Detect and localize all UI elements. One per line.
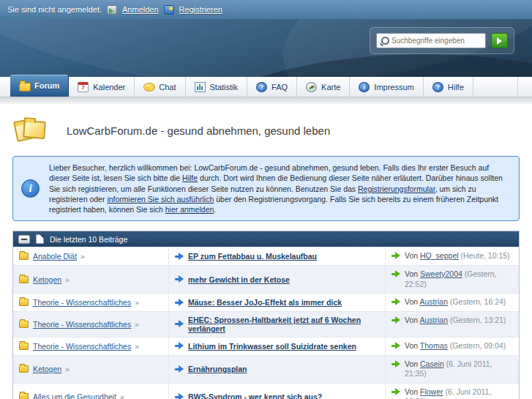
welcome-infobox: i Lieber Besucher, herzlich willkommen b… [12,156,520,221]
welcome-text: Lieber Besucher, herzlich willkommen bei… [49,163,511,215]
green-arrow-icon [391,316,400,324]
forum-link[interactable]: Alles um die Gesundheit [33,392,116,399]
recent-post-row: Alles um die Gesundheit » BWS-Syndrom - … [13,383,519,399]
thread-link[interactable]: EHEC: Sprossen-Haltbarkeit jetzt auf 6 W… [188,316,379,333]
forum-link[interactable]: Theorie - Wissenschaftliches [33,320,131,329]
blue-arrow-icon [175,275,184,283]
welcome-link[interactable]: hier anmelden [165,205,214,214]
thread-link[interactable]: Lithium im Trinkwasser soll Suizidrate s… [188,342,356,351]
by-label: Von [405,297,419,306]
main-navigation: ForumKalenderChatStatistik?FAQKarteiImpr… [0,77,532,97]
tab-karte[interactable]: Karte [297,77,350,97]
blue-arrow-icon [175,299,184,307]
tab-label: FAQ [271,83,288,92]
welcome-link[interactable]: informieren Sie sich ausführlich [107,195,214,204]
author-link[interactable]: Austrian [419,316,448,324]
forum-suffix: » [65,365,70,373]
search-box[interactable] [376,33,486,48]
forum-suffix: » [135,320,139,329]
by-label: Von [405,269,420,278]
recent-post-row: Ketogen » Ernährungsplan Von Casein (6. … [13,355,519,383]
recent-posts-list: Anabole Diät » EP zum Fettabbau u. Muske… [13,247,519,399]
green-arrow-icon [391,388,400,396]
thread-link[interactable]: Ernährungsplan [188,365,247,373]
register-link[interactable]: Registrieren [179,5,222,14]
tab-impressum[interactable]: iImpressum [350,77,423,97]
search-icon [380,37,389,45]
folder-icon [19,365,29,373]
thread-link[interactable]: Mäuse: Besser JoJo-Effekt als immer dick [188,298,342,307]
tab-chat[interactable]: Chat [135,77,185,97]
green-arrow-icon [391,298,400,306]
green-arrow-icon [391,360,400,368]
welcome-link[interactable]: Registrierungsformular [358,184,435,193]
welcome-link[interactable]: Hilfe [182,174,198,182]
recent-posts-header: Die letzten 10 Beiträge [13,231,519,247]
forum-suffix: » [80,252,85,261]
chat-icon [143,82,154,92]
recent-post-row: Theorie - Wissenschaftliches » EHEC: Spr… [13,311,519,337]
blue-arrow-icon [175,342,184,350]
author-link[interactable]: Thomas [420,341,448,350]
search-submit-button[interactable] [491,33,508,48]
thread-link[interactable]: mehr Gewicht in der Ketose [188,275,290,284]
author-link[interactable]: Flower [420,387,443,396]
thread-link[interactable]: BWS-Syndrom - wer kennt sich aus? [188,392,322,399]
hilfe-icon: ? [432,82,443,92]
recent-post-row: Theorie - Wissenschaftliches » Lithium i… [13,337,519,355]
blue-arrow-icon [175,365,184,373]
forum-link[interactable]: Theorie - Wissenschaftliches [33,298,131,307]
search-input[interactable] [391,37,478,45]
author-link[interactable]: Austrian [419,297,448,306]
search-panel [370,27,514,54]
forum-folder-icon [14,115,49,146]
kalender-icon [78,82,89,92]
tab-kalender[interactable]: Kalender [69,77,135,97]
forum-suffix: » [135,342,139,351]
impressum-icon: i [359,82,370,92]
faq-icon: ? [256,82,267,92]
forum-link[interactable]: Ketogen [33,275,61,284]
folder-icon [19,299,29,306]
folder-icon [19,276,29,283]
collapse-button[interactable] [18,235,30,244]
tab-label: Statistik [210,83,239,92]
login-status-text: Sie sind nicht angemeldet. [7,5,102,14]
forum-link[interactable]: Theorie - Wissenschaftliches [33,342,131,351]
document-icon [36,234,44,244]
recent-post-row: Anabole Diät » EP zum Fettabbau u. Muske… [13,247,519,265]
tab-faq[interactable]: ?FAQ [247,77,297,97]
recent-posts-board: Die letzten 10 Beiträge Anabole Diät » E… [12,231,520,399]
author-link[interactable]: HQ_seppel [420,251,459,260]
by-label: Von [405,251,420,260]
folder-icon [19,321,29,328]
thread-link[interactable]: EP zum Fettabbau u. Muskelaufbau [188,252,317,261]
folder-icon [19,253,29,260]
forum-link[interactable]: Anabole Diät [33,252,77,261]
info-icon: i [21,179,40,198]
tab-statistik[interactable]: Statistik [186,77,248,97]
author-link[interactable]: Sweety2004 [420,269,462,278]
post-time: (Heute, 10:15) [460,251,509,260]
login-statusbar: Sie sind nicht angemeldet. Anmelden Regi… [0,0,532,19]
welcome-text-segment: . [214,205,216,214]
tab-label: Karte [321,83,340,92]
login-link[interactable]: Anmelden [122,5,159,14]
by-label: Von [405,387,420,396]
tab-hilfe[interactable]: ?Hilfe [424,77,473,97]
author-link[interactable]: Casein [420,359,444,368]
header-bottom-strip [0,97,532,104]
forum-suffix: » [120,392,124,399]
tab-label: Impressum [374,83,413,92]
recent-posts-title: Die letzten 10 Beiträge [50,235,127,244]
green-arrow-icon [391,270,400,278]
post-time: (Gestern, 09:04) [450,341,506,350]
forum-link[interactable]: Ketogen [33,365,61,373]
tab-label: Chat [159,83,176,92]
tab-forum[interactable]: Forum [10,75,69,97]
tab-label: Forum [34,81,59,90]
by-label: Von [405,341,420,350]
folder-icon [19,393,29,399]
page-content: LowCarbForum.de - gesund abnehmen, gesun… [0,104,532,399]
recent-post-row: Theorie - Wissenschaftliches » Mäuse: Be… [13,293,519,311]
